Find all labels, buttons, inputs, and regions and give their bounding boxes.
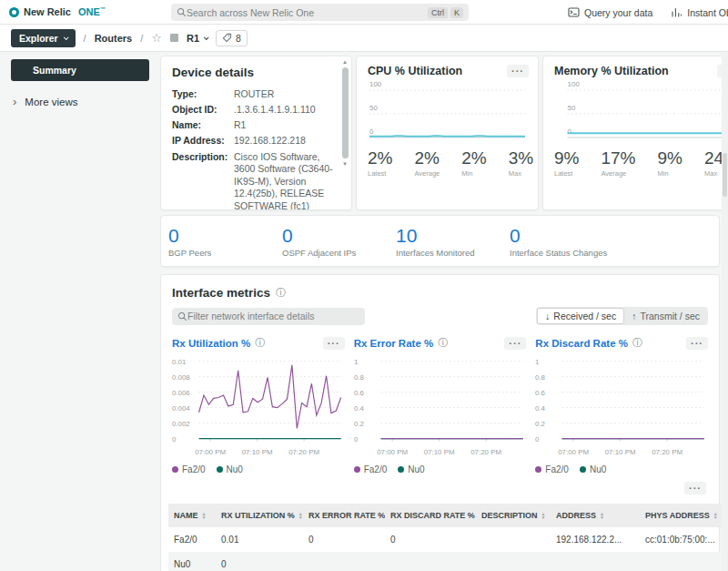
shortcut-ctrl-key: Ctrl	[428, 7, 448, 18]
instant-observability-button[interactable]: Instant Observability	[671, 7, 728, 18]
sort-icon[interactable]: ▲▼	[713, 512, 718, 519]
sort-icon[interactable]: ▲▼	[298, 512, 303, 519]
scrollbar-thumb[interactable]	[723, 153, 727, 197]
device-field-ip-address: IP Address: 192.168.122.218	[172, 135, 333, 148]
page-scrollbar[interactable]	[722, 53, 728, 571]
rx-utilization-menu-button[interactable]: ···	[323, 337, 345, 350]
svg-text:07:00 PM: 07:00 PM	[195, 448, 226, 456]
svg-text:0.8: 0.8	[535, 373, 546, 382]
cpu-panel-title: CPU % Utilization	[368, 65, 462, 77]
explorer-dropdown[interactable]: Explorer	[11, 29, 76, 47]
cpu-utilization-panel: CPU % Utilization ··· 050100 2%Latest 2%…	[356, 56, 539, 210]
arrow-down-icon: ↓	[545, 311, 550, 321]
breadcrumb-routers[interactable]: Routers	[95, 33, 133, 44]
legend-series-name: Nu0	[590, 464, 606, 474]
search-input[interactable]	[187, 7, 425, 18]
page-content: Summary › More views Device details Type…	[0, 52, 728, 571]
svg-text:0.004: 0.004	[172, 404, 190, 413]
info-icon[interactable]: ⓘ	[438, 336, 448, 350]
table-menu-button[interactable]: ···	[684, 482, 706, 495]
interface-filter-input[interactable]	[187, 311, 359, 321]
entity-status-icon	[170, 34, 178, 42]
interface-filter[interactable]	[172, 308, 365, 325]
legend-dot-icon	[172, 466, 178, 473]
device-details-scrollbar[interactable]: ▲ ▼	[340, 59, 349, 207]
cpu-stat-latest: 2%Latest	[368, 148, 392, 178]
new-relic-logo[interactable]: New Relic ONE™	[9, 6, 106, 17]
kpi-interface-status-changes: 0Interface Status Changes	[510, 225, 623, 258]
legend-dot-icon	[535, 466, 541, 473]
rx-discard-rate-title: Rx Discard Rate %	[535, 338, 628, 349]
received-per-sec-button[interactable]: ↓ Received / sec	[537, 308, 624, 324]
legend-item[interactable]: Fa2/0	[172, 464, 206, 474]
legend-item[interactable]: Fa2/0	[354, 464, 388, 474]
svg-text:0: 0	[535, 435, 540, 444]
legend-item[interactable]: Nu0	[580, 464, 606, 474]
legend-item[interactable]: Nu0	[217, 464, 243, 474]
scroll-down-icon[interactable]: ▼	[342, 161, 348, 167]
brand-name: New Relic	[24, 6, 71, 17]
svg-text:0.6: 0.6	[535, 389, 546, 397]
new-relic-logo-icon	[9, 7, 19, 17]
info-icon[interactable]: ⓘ	[632, 336, 642, 350]
sort-icon[interactable]: ▲▼	[600, 512, 604, 519]
tags-badge[interactable]: 8	[216, 30, 248, 46]
table-row[interactable]: Fa2/0 0.01 0 0 192.168.122.2... cc:01:0b…	[168, 527, 728, 552]
memory-stat-average: 17%Average	[601, 148, 635, 178]
svg-text:50: 50	[369, 104, 378, 112]
rx-error-rate-chart-card: Rx Error Rate % ⓘ ··· 00.20.40.60.8107:0…	[354, 336, 527, 474]
favorite-star-icon[interactable]: ☆	[151, 32, 162, 44]
device-details-panel: Device details Type: ROUTER Object ID: .…	[160, 56, 352, 210]
info-icon[interactable]: ⓘ	[255, 336, 265, 350]
sort-icon[interactable]: ▲▼	[202, 512, 207, 519]
table-row[interactable]: Nu0 0 11	[168, 552, 728, 571]
product-name: ONE™	[78, 6, 106, 17]
rx-utilization-title: Rx Utilization %	[172, 338, 250, 349]
table-header-row: NAME▲▼ RX UTILIZATION %▲▼ RX ERROR RATE …	[168, 504, 728, 527]
info-icon[interactable]: ⓘ	[276, 286, 286, 300]
legend-series-name: Fa2/0	[545, 464, 569, 474]
search-icon	[177, 7, 187, 17]
entity-name: R1	[187, 33, 199, 44]
legend-item[interactable]: Nu0	[398, 464, 424, 474]
rx-error-rate-title: Rx Error Rate %	[354, 338, 434, 349]
device-details-title: Device details	[172, 66, 333, 79]
entity-dropdown[interactable]: R1	[187, 33, 207, 44]
query-your-data-button[interactable]: Query your data	[568, 7, 652, 18]
svg-text:0.2: 0.2	[354, 420, 364, 428]
memory-stat-min: 9%Min	[658, 148, 682, 178]
svg-text:07:20 PM: 07:20 PM	[652, 448, 683, 456]
legend-item[interactable]: Fa2/0	[535, 464, 569, 474]
scrollbar-thumb[interactable]	[342, 67, 349, 158]
svg-text:1: 1	[535, 358, 539, 366]
sort-icon[interactable]: ▲▼	[541, 512, 546, 519]
svg-text:0.8: 0.8	[354, 373, 365, 382]
search-icon	[177, 311, 187, 321]
svg-text:0.4: 0.4	[535, 404, 546, 413]
global-search[interactable]: Ctrl K	[171, 4, 469, 21]
svg-text:07:10 PM: 07:10 PM	[423, 448, 454, 456]
cpu-stat-max: 3%Max	[509, 148, 533, 178]
device-field-name: Name: R1	[172, 119, 333, 132]
transmit-per-sec-button[interactable]: ↑ Transmit / sec	[624, 308, 707, 324]
cpu-utilization-chart: 050100	[368, 79, 529, 145]
main-area: Device details Type: ROUTER Object ID: .…	[160, 56, 728, 571]
scroll-up-icon[interactable]: ▲	[342, 59, 348, 65]
trademark: ™	[100, 6, 106, 12]
legend-series-name: Fa2/0	[364, 464, 388, 474]
svg-text:0.6: 0.6	[354, 389, 365, 397]
svg-text:07:00 PM: 07:00 PM	[377, 448, 408, 456]
svg-text:0.008: 0.008	[172, 373, 190, 382]
sidebar-item-summary[interactable]: Summary	[11, 59, 149, 81]
rx-discard-rate-menu-button[interactable]: ···	[686, 337, 708, 350]
cpu-stats: 2%Latest 2%Average 2%Min 3%Max	[368, 148, 529, 178]
rx-error-rate-menu-button[interactable]: ···	[504, 337, 526, 350]
cpu-panel-menu-button[interactable]: ···	[507, 65, 529, 77]
legend-dot-icon	[217, 466, 223, 473]
svg-text:1: 1	[354, 358, 358, 366]
legend-series-name: Fa2/0	[182, 464, 206, 474]
sidebar-item-more-views[interactable]: › More views	[11, 95, 149, 108]
chevron-down-icon	[63, 35, 68, 40]
device-field-object-id: Object ID: .1.3.6.1.4.1.9.1.110	[172, 104, 333, 117]
rx-utilization-chart: 00.0020.0040.0060.0080.0107:00 PM07:10 P…	[172, 353, 345, 461]
